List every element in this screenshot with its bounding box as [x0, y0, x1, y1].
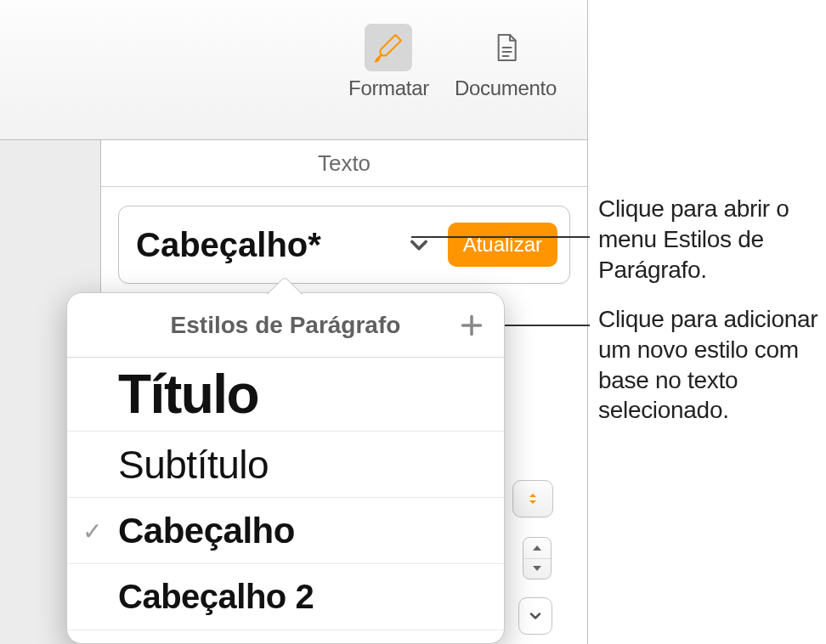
paragraph-style-picker[interactable]: Cabeçalho* Atualizar [118, 206, 570, 284]
chevron-down-icon [527, 607, 544, 624]
document-button[interactable]: Documento [455, 24, 557, 100]
document-label: Documento [455, 76, 557, 100]
style-item-label: Título [118, 363, 258, 426]
toolbar-area: Formatar Documento [0, 0, 588, 140]
callout-leader-line [411, 236, 590, 238]
style-list: ✓Título✓Subtítulo✓Cabeçalho✓Cabeçalho 2 [67, 358, 504, 630]
updown-arrows-icon [526, 492, 540, 506]
style-item[interactable]: ✓Subtítulo [67, 432, 504, 498]
style-item[interactable]: ✓Cabeçalho 2 [67, 564, 504, 630]
style-item[interactable]: ✓Cabeçalho [67, 498, 504, 564]
callout-open-menu: Clique para abrir o menu Estilos de Pará… [598, 194, 821, 285]
style-item-label: Subtítulo [118, 442, 269, 488]
paintbrush-icon [365, 24, 412, 71]
stepper-control[interactable] [523, 537, 552, 579]
chevron-up-icon [532, 544, 542, 552]
stepper-down[interactable] [523, 559, 551, 579]
stepper-up[interactable] [523, 538, 551, 559]
add-style-button[interactable] [456, 310, 487, 341]
plus-icon [460, 314, 484, 337]
style-item-label: Cabeçalho [118, 511, 295, 551]
popover-title: Estilos de Parágrafo [171, 312, 401, 339]
popup-control[interactable] [512, 480, 553, 517]
update-style-button[interactable]: Atualizar [448, 223, 557, 267]
inspector-header-label: Texto [318, 150, 371, 177]
format-button[interactable]: Formatar [348, 24, 429, 100]
paragraph-styles-popover: Estilos de Parágrafo ✓Título✓Subtítulo✓C… [66, 292, 505, 644]
document-icon [482, 24, 529, 71]
toolbar-buttons: Formatar Documento [348, 24, 557, 100]
callout-add-style: Clique para adicionar um novo estilo com… [598, 304, 826, 426]
disclosure-control[interactable] [518, 597, 552, 635]
format-label: Formatar [348, 76, 429, 100]
style-item-label: Cabeçalho 2 [118, 578, 314, 616]
inspector-header: Texto [101, 140, 587, 187]
current-style-name: Cabeçalho* [136, 226, 400, 264]
style-picker-chevron[interactable] [400, 226, 438, 263]
style-item[interactable]: ✓Título [67, 358, 504, 432]
chevron-down-icon [532, 564, 542, 573]
checkmark-icon: ✓ [82, 517, 102, 545]
